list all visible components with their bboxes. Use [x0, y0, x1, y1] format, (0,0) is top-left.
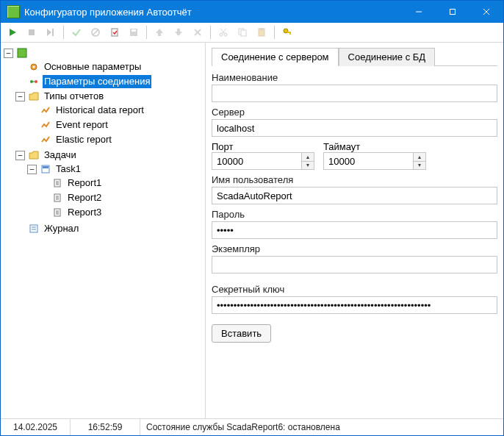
label-instance: Экземпляр: [212, 243, 497, 254]
tree-item-report2[interactable]: Report2: [39, 191, 205, 204]
help-button[interactable]: [278, 24, 296, 41]
close-button[interactable]: [469, 1, 503, 23]
tree-item-tasks[interactable]: − Задачи: [15, 149, 205, 162]
svg-rect-24: [260, 28, 263, 30]
label-server: Сервер: [212, 107, 497, 118]
tab-server-connection[interactable]: Соединение с сервером: [212, 48, 339, 66]
input-server[interactable]: [212, 119, 497, 137]
body: − Основные параметры: [1, 43, 503, 418]
svg-rect-12: [132, 29, 136, 32]
input-instance[interactable]: [212, 256, 497, 274]
titlebar: Конфигуратор приложения Автоотчёт: [1, 1, 503, 23]
spin-up-button[interactable]: ▲: [302, 153, 314, 161]
check-icon: [71, 27, 82, 37]
field-secret: Секретный ключ: [212, 284, 497, 314]
spin-down-button[interactable]: ▼: [302, 161, 314, 170]
field-name: Наименование: [212, 72, 497, 102]
minimize-icon: [415, 8, 422, 15]
tree-item-task1[interactable]: − Task1: [27, 162, 205, 176]
tree-item-event[interactable]: Event report: [27, 118, 205, 132]
tree-item-elastic[interactable]: Elastic report: [27, 133, 205, 146]
paste-button-toolbar[interactable]: [253, 24, 270, 41]
svg-point-32: [35, 80, 37, 83]
app-icon: [7, 5, 20, 18]
paste-button[interactable]: Вставить: [212, 324, 271, 343]
content-panel: Соединение с сервером Соединение с БД На…: [206, 43, 503, 418]
maximize-button[interactable]: [436, 1, 469, 23]
tree-item-conn-params[interactable]: Параметры соединения: [15, 75, 205, 88]
label-name: Наименование: [212, 72, 497, 83]
tree-item-report3[interactable]: Report3: [39, 206, 205, 219]
field-instance: Экземпляр: [212, 243, 497, 274]
copy-button[interactable]: [234, 24, 251, 41]
tree-item-report-types[interactable]: − Типы отчетов: [15, 90, 205, 103]
arrow-up-icon: [154, 27, 165, 37]
tree-item-main-params[interactable]: Основные параметры: [15, 60, 205, 74]
delete-button[interactable]: [189, 24, 206, 41]
collapse-icon[interactable]: −: [4, 49, 13, 58]
run-button[interactable]: [4, 24, 21, 41]
paste-icon: [256, 27, 267, 37]
save-button[interactable]: [125, 24, 143, 41]
input-secret[interactable]: [212, 296, 497, 314]
cancel-button[interactable]: [87, 24, 104, 41]
label-username: Имя пользователя: [212, 174, 497, 185]
window-title: Конфигуратор приложения Автоотчёт: [24, 7, 402, 18]
collapse-icon[interactable]: −: [15, 92, 25, 101]
close-icon: [483, 8, 490, 15]
task-icon: [40, 163, 51, 175]
gear-icon: [28, 61, 40, 73]
svg-marker-14: [175, 29, 182, 36]
arrow-down-icon: [173, 27, 184, 37]
tree-item-report1[interactable]: Report1: [39, 176, 205, 190]
input-name[interactable]: [212, 85, 497, 102]
svg-rect-27: [289, 32, 291, 35]
tree-label: Параметры соединения: [43, 75, 151, 88]
tree-label: Основные параметры: [43, 60, 143, 74]
move-down-button[interactable]: [170, 24, 187, 41]
tab-db-connection[interactable]: Соединение с БД: [339, 48, 436, 66]
field-server: Сервер: [212, 107, 497, 137]
field-password: Пароль: [212, 209, 497, 239]
tree-item-journal[interactable]: Журнал: [15, 222, 205, 235]
collapse-icon[interactable]: −: [27, 165, 37, 174]
connection-icon: [28, 76, 40, 87]
svg-rect-5: [29, 29, 35, 35]
tree-panel[interactable]: − Основные параметры: [1, 43, 206, 418]
window: Конфигуратор приложения Автоотчёт: [0, 0, 504, 436]
cut-button[interactable]: [215, 24, 232, 41]
tree-label: Report3: [66, 206, 103, 219]
apply-button[interactable]: [68, 24, 85, 41]
copy-icon: [237, 27, 248, 37]
report-type-icon: [40, 134, 51, 146]
input-timeout[interactable]: [324, 153, 413, 169]
svg-rect-22: [241, 30, 246, 36]
x-icon: [192, 27, 203, 37]
svg-rect-50: [30, 225, 37, 232]
minimize-button[interactable]: [402, 1, 436, 23]
input-port[interactable]: [212, 153, 301, 169]
step-button[interactable]: [42, 24, 60, 41]
svg-rect-37: [43, 166, 48, 168]
document-check-icon: [109, 27, 120, 37]
svg-marker-34: [29, 93, 38, 100]
report-icon: [51, 177, 63, 189]
spin-down-button[interactable]: ▼: [414, 161, 425, 170]
label-password: Пароль: [212, 209, 497, 220]
move-up-button[interactable]: [151, 24, 168, 41]
status-text: Состояние службы ScadaReport6: остановле…: [140, 419, 503, 435]
tree-root[interactable]: −: [4, 46, 205, 60]
spin-port: ▲ ▼: [212, 152, 314, 170]
collapse-icon[interactable]: −: [15, 151, 25, 160]
tree-label: Report2: [66, 191, 103, 204]
open-button[interactable]: [106, 24, 123, 41]
stop-button[interactable]: [23, 24, 40, 41]
tree-item-historical[interactable]: Historical data report: [27, 104, 205, 117]
tree-label: Задачи: [43, 149, 78, 162]
input-password[interactable]: [212, 221, 497, 239]
svg-rect-1: [450, 10, 456, 15]
toolbar-separator: [63, 26, 64, 39]
input-username[interactable]: [212, 187, 497, 204]
spin-up-button[interactable]: ▲: [414, 153, 425, 161]
statusbar: 14.02.2025 16:52:59 Состояние службы Sca…: [1, 418, 503, 435]
